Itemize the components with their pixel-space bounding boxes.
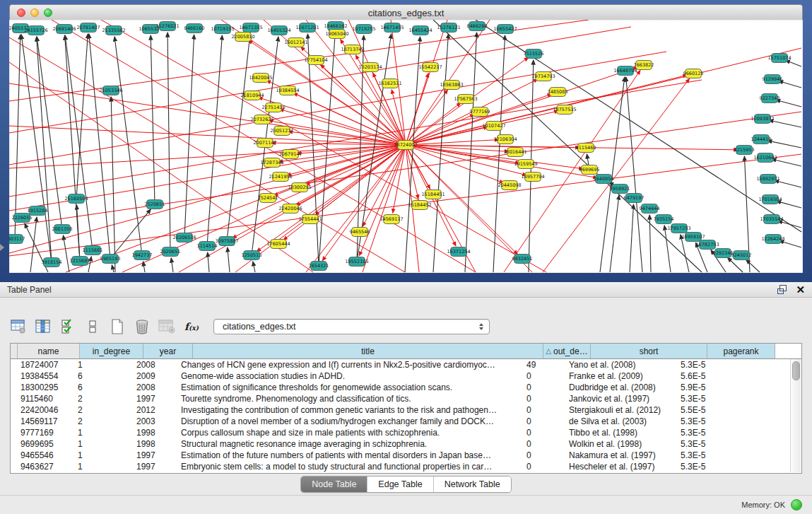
cell-short[interactable]: Hescheler et al. (1997)	[564, 461, 676, 472]
cell-name[interactable]: 9465546	[16, 450, 73, 461]
cell-year[interactable]: 2008	[131, 382, 176, 393]
cell-in_degree[interactable]: 2	[73, 404, 131, 416]
network-canvas[interactable]: 2405572424155726206914062079140721335562…	[9, 20, 803, 273]
vertical-scrollbar[interactable]	[790, 359, 801, 472]
citation-edge-black[interactable]	[143, 262, 145, 272]
cell-pagerank[interactable]: 5.3E-5	[676, 393, 739, 404]
cell-title[interactable]: Disruption of a novel member of a sodium…	[176, 416, 522, 427]
table-settings-button[interactable]	[10, 317, 27, 336]
citation-graph[interactable]: 2405572424155726206914062079140721335562…	[9, 20, 803, 273]
select-all-button[interactable]	[59, 317, 76, 336]
cell-gutter[interactable]	[11, 427, 16, 438]
citation-edge-red[interactable]	[504, 70, 640, 272]
citation-edge-red[interactable]	[406, 145, 418, 199]
cell-name[interactable]: 9777169	[16, 427, 73, 438]
cell-out_degree[interactable]: 0	[522, 450, 564, 461]
new-document-button[interactable]	[109, 317, 126, 336]
tab-network-table[interactable]: Network Table	[433, 477, 511, 492]
citation-edge-black[interactable]	[171, 258, 173, 272]
table-row[interactable]: 1872400712008Changes of HCN gene express…	[11, 359, 801, 370]
citation-edge-black[interactable]	[253, 262, 255, 272]
citation-edge-black[interactable]	[112, 265, 114, 272]
table-row[interactable]: 969969511998Structural magnetic resonanc…	[11, 438, 801, 450]
cell-name[interactable]: 19384554	[16, 370, 73, 382]
delete-button[interactable]	[134, 317, 151, 336]
function-builder-button[interactable]: f(x)	[183, 317, 200, 336]
table-row[interactable]: 1456911722003Disruption of a novel membe…	[11, 416, 801, 427]
cell-title[interactable]: Estimation of significance thresholds fo…	[176, 382, 522, 393]
cell-gutter[interactable]	[11, 404, 16, 416]
cell-gutter[interactable]	[11, 461, 16, 472]
citation-edge-red[interactable]	[406, 67, 637, 145]
cell-out_degree[interactable]: 0	[522, 404, 564, 416]
cell-in_degree[interactable]: 6	[73, 370, 131, 382]
citation-edge-red[interactable]	[293, 93, 406, 145]
cell-title[interactable]: Structural magnetic resonance image aver…	[176, 438, 522, 450]
cell-title[interactable]: Changes of HCN gene expression and I(f) …	[176, 359, 522, 370]
panel-collapse-arrow-icon[interactable]	[0, 244, 4, 251]
citation-edge-black[interactable]	[65, 35, 93, 250]
cell-year[interactable]: 1997	[131, 450, 176, 461]
cell-year[interactable]: 2003	[131, 416, 176, 427]
cell-year[interactable]: 1997	[131, 461, 176, 472]
cell-name[interactable]: 18724007	[16, 359, 73, 370]
cell-name[interactable]: 18300295	[16, 382, 73, 393]
cell-gutter[interactable]	[11, 450, 16, 461]
tab-node-table[interactable]: Node Table	[301, 477, 367, 492]
cell-pagerank[interactable]: 5.3E-5	[676, 461, 739, 472]
cell-short[interactable]: Tibbo et al. (1998)	[564, 427, 676, 438]
citation-edge-black[interactable]	[746, 259, 760, 272]
citation-edge-black[interactable]	[15, 35, 20, 239]
cell-title[interactable]: Corpus callosum shape and size in male p…	[176, 427, 522, 438]
citation-edge-black[interactable]	[111, 97, 115, 272]
float-panel-icon[interactable]	[777, 285, 787, 294]
column-header-pagerank[interactable]: pagerank	[707, 344, 775, 358]
cell-year[interactable]: 2012	[131, 404, 176, 416]
delete-table-button-disabled[interactable]	[158, 317, 175, 336]
cell-short[interactable]: Jankovic et al. (1997)	[564, 393, 676, 404]
table-row[interactable]: 946554611997Estimation of the future num…	[11, 450, 801, 461]
cell-name[interactable]: 9463627	[16, 461, 73, 472]
cell-year[interactable]: 1997	[131, 393, 176, 404]
cell-gutter[interactable]	[11, 393, 16, 404]
citation-edge-black[interactable]	[630, 204, 633, 272]
citation-edge-black[interactable]	[151, 35, 155, 204]
cell-gutter[interactable]	[11, 438, 16, 450]
citation-edge-black[interactable]	[465, 33, 477, 272]
citation-edge-red[interactable]	[9, 145, 406, 168]
cell-pagerank[interactable]: 5.3E-5	[676, 416, 739, 427]
cell-in_degree[interactable]: 6	[73, 382, 131, 393]
cell-title[interactable]: Embryonic stem cells: a model to study s…	[176, 461, 522, 472]
citation-edge-red[interactable]	[9, 154, 801, 256]
cell-pagerank[interactable]: 5.9E-5	[676, 382, 739, 393]
citation-edge-black[interactable]	[63, 235, 69, 272]
tab-edge-table[interactable]: Edge Table	[367, 477, 433, 492]
cell-out_degree[interactable]: 0	[522, 427, 564, 438]
column-header-in_degree[interactable]: in_degree	[80, 344, 143, 358]
cell-in_degree[interactable]: 1	[73, 359, 131, 370]
cell-in_degree[interactable]: 1	[73, 461, 131, 472]
show-columns-button[interactable]	[35, 317, 52, 336]
cell-pagerank[interactable]: 5.3E-5	[676, 427, 739, 438]
cell-title[interactable]: Investigating the contribution of common…	[176, 404, 522, 416]
cell-year[interactable]: 2009	[131, 370, 176, 382]
cell-year[interactable]: 2008	[131, 359, 176, 370]
citation-edge-black[interactable]	[37, 37, 52, 262]
zoom-window-button[interactable]	[44, 8, 52, 17]
cell-in_degree[interactable]: 1	[73, 427, 131, 438]
cell-name[interactable]: 9115460	[16, 393, 73, 404]
memory-status-indicator[interactable]	[791, 499, 802, 510]
citation-edge-black[interactable]	[664, 226, 671, 272]
cell-short[interactable]: Dudbridge et al. (2008)	[564, 382, 676, 393]
citation-edge-black[interactable]	[405, 37, 420, 272]
cell-out_degree[interactable]: 0	[522, 382, 564, 393]
cell-short[interactable]: Wolkin et al. (1998)	[564, 438, 676, 450]
citation-edge-black[interactable]	[76, 34, 88, 199]
cell-pagerank[interactable]: 5.3E-5	[676, 450, 739, 461]
close-window-button[interactable]	[17, 8, 25, 17]
cell-out_degree[interactable]: 0	[522, 416, 564, 427]
column-header-out_degree[interactable]: △out_de…	[543, 344, 591, 358]
column-header-name[interactable]: name	[18, 344, 80, 358]
cell-name[interactable]: 9699695	[16, 438, 73, 450]
table-selector-dropdown[interactable]: citations_edges.txt	[213, 319, 490, 334]
